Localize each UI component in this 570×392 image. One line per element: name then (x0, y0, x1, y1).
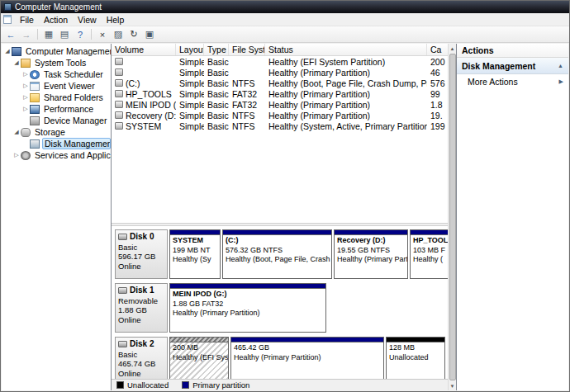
cell-text: Healthy (Primary Partition) (268, 68, 370, 78)
cell-status: Healthy (Primary Partition) (265, 110, 427, 120)
disk-name: Disk 1 (118, 286, 164, 296)
cell-ca: 99 (427, 88, 448, 99)
tree-item-device-manager[interactable]: Device Manager (2, 115, 111, 126)
cell-text: 1.8 (430, 100, 443, 110)
tree-item-performance[interactable]: ▷Performance (2, 103, 111, 115)
expand-arrow-icon[interactable]: ▷ (21, 106, 30, 112)
column-header-status[interactable]: Status (265, 44, 427, 55)
volume-row[interactable]: HP_TOOLSSimpleBasicFAT32Healthy (Primary… (112, 88, 448, 99)
cell-file-system: NTFS (229, 78, 265, 88)
folder-icon[interactable]: ▣ (142, 27, 157, 41)
disk-info-box[interactable]: Disk 1Removable1.88 GBOnline (115, 283, 168, 333)
column-header-ca[interactable]: Ca (427, 44, 448, 55)
scroll-thumb[interactable] (449, 54, 456, 380)
disk-status: Online (118, 262, 164, 272)
tree-item-computer-management-local[interactable]: ◢Computer Management (Local) (2, 45, 111, 57)
expand-arrow-icon[interactable]: ▷ (21, 94, 30, 101)
partition-size: 19.55 GB NTFS (337, 246, 405, 256)
help-icon[interactable]: ? (73, 27, 88, 41)
scroll-down-icon[interactable]: ▼ (449, 381, 456, 390)
disk-row-disk-0: Disk 0Basic596.17 GBOnlineSYSTEM199 MB N… (115, 229, 448, 279)
column-header-file-system[interactable]: File System (229, 44, 265, 55)
cell-ca: 200 (427, 56, 448, 67)
tree-item-services-and-applications[interactable]: ▷Services and Applications (2, 149, 111, 161)
cell-layout: Simple (176, 99, 204, 110)
column-header-volume[interactable]: Volume (112, 44, 176, 55)
properties-icon[interactable]: ▨ (111, 27, 126, 41)
cell-text: Healthy (EFI System Partition) (268, 57, 385, 67)
expand-arrow-icon[interactable]: ▷ (21, 71, 30, 78)
cell-status: Healthy (Primary Partition) (265, 99, 427, 110)
disk-icon (118, 287, 127, 294)
volume-list-rows: SimpleBasicHealthy (EFI System Partition… (112, 56, 448, 131)
tree-item-event-viewer[interactable]: ▷Event Viewer (2, 80, 111, 92)
collapse-arrow-icon[interactable]: ◢ (12, 59, 21, 66)
collapse-arrow-icon[interactable]: ◢ (3, 48, 12, 54)
partition-primary[interactable]: 465.42 GBHealthy (Primary Partition) (230, 337, 384, 379)
disk-info-box[interactable]: Disk 0Basic596.17 GBOnline (115, 229, 168, 279)
vertical-scrollbar[interactable]: ▲ ▼ (448, 44, 456, 390)
partition-size: 1.88 GB FAT32 (173, 300, 323, 309)
volume-row[interactable]: MEIN IPOD (G:)SimpleBasicFAT32Healthy (P… (112, 99, 448, 110)
partition-primary[interactable]: Recovery (D:)19.55 GB NTFSHealthy (Prima… (334, 229, 408, 279)
partition-label: HP_TOOL103 MB FHealthy ( (411, 235, 448, 266)
forward-icon[interactable]: → (19, 27, 34, 41)
expand-arrow-icon[interactable]: ▷ (21, 83, 30, 89)
cell-file-system: NTFS (229, 110, 265, 120)
tree-item-system-tools[interactable]: ◢System Tools (2, 57, 111, 68)
collapse-arrow-icon[interactable]: ◢ (12, 129, 21, 135)
main-area: ◢Computer Management (Local)◢System Tool… (2, 44, 568, 390)
cell-type: Basic (204, 110, 229, 120)
cell-status: Healthy (EFI System Partition) (265, 56, 427, 67)
tree-item-storage[interactable]: ◢Storage (2, 126, 111, 138)
partition-efi[interactable]: 200 MBHealthy (EFI Syst (169, 337, 229, 379)
tree-item-shared-folders[interactable]: ▷Shared Folders (2, 92, 111, 103)
menu-view[interactable]: View (73, 14, 102, 26)
volume-icon (115, 58, 123, 65)
cell-text: HP_TOOLS (126, 89, 172, 99)
actions-panel: Actions Disk Management ▲ More Actions ▶ (456, 44, 568, 390)
volume-row[interactable]: SimpleBasicHealthy (EFI System Partition… (112, 56, 448, 67)
tree-item-label: Task Scheduler (42, 69, 105, 79)
volume-row[interactable]: SYSTEMSimpleBasicNTFSHealthy (System, Ac… (112, 120, 448, 131)
volume-row[interactable]: SimpleBasicHealthy (Primary Partition)46 (112, 67, 448, 78)
cell-ca: 19. (427, 110, 448, 120)
column-header-layout[interactable]: Layout (176, 44, 204, 55)
partition-primary[interactable]: HP_TOOL103 MB FHealthy ( (410, 229, 448, 279)
partition-unallocated[interactable]: 128 MBUnallocated (386, 337, 445, 379)
console-document-icon (3, 15, 12, 24)
actions-group-disk-management[interactable]: Disk Management ▲ (457, 58, 568, 74)
tree-item-disk-management[interactable]: Disk Management (2, 138, 111, 149)
cell-type: Basic (204, 99, 229, 110)
partition-primary[interactable]: (C:)576.32 GB NTFSHealthy (Boot, Page Fi… (222, 229, 332, 279)
export-list-icon[interactable]: ▤ (57, 27, 72, 41)
delete-icon[interactable]: × (95, 27, 110, 41)
menu-file[interactable]: File (15, 14, 39, 26)
titlebar[interactable]: Computer Management (1, 1, 569, 13)
more-actions-arrow-icon[interactable]: ▶ (559, 78, 563, 85)
column-header-type[interactable]: Type (204, 44, 229, 55)
menu-action[interactable]: Action (39, 14, 73, 26)
volume-row[interactable]: (C:)SimpleBasicNTFSHealthy (Boot, Page F… (112, 78, 448, 88)
legend-item-primary-partition: Primary partition (182, 380, 249, 390)
partition-primary[interactable]: MEIN IPOD (G:)1.88 GB FAT32Healthy (Prim… (169, 283, 326, 333)
cell-text: Simple (179, 121, 204, 131)
cell-text: Healthy (Primary Partition) (268, 100, 370, 110)
cell-text: FAT32 (232, 100, 257, 110)
tree-item-task-scheduler[interactable]: ▷Task Scheduler (2, 68, 111, 80)
refresh-icon[interactable]: ↻ (126, 27, 141, 41)
volume-row[interactable]: Recovery (D:)SimpleBasicNTFSHealthy (Pri… (112, 110, 448, 120)
back-icon[interactable]: ← (3, 27, 18, 41)
menu-help[interactable]: Help (102, 14, 130, 26)
collapse-arrow-icon[interactable]: ▲ (558, 63, 563, 68)
scroll-up-icon[interactable]: ▲ (449, 44, 456, 53)
disk-info-box[interactable]: Disk 2Basic465.74 GBOnline (115, 337, 168, 379)
partition-size: 465.42 GB (234, 343, 381, 353)
cell-ca: 1.8 (427, 99, 448, 110)
partition-primary[interactable]: SYSTEM199 MB NTHealthy (Sy (169, 229, 221, 279)
disk-graphical-view: Disk 0Basic596.17 GBOnlineSYSTEM199 MB N… (112, 226, 448, 379)
cell-layout: Simple (176, 110, 204, 120)
more-actions-item[interactable]: More Actions ▶ (457, 74, 568, 89)
show-console-tree-icon[interactable]: ▦ (41, 27, 56, 41)
expand-arrow-icon[interactable]: ▷ (12, 152, 21, 158)
